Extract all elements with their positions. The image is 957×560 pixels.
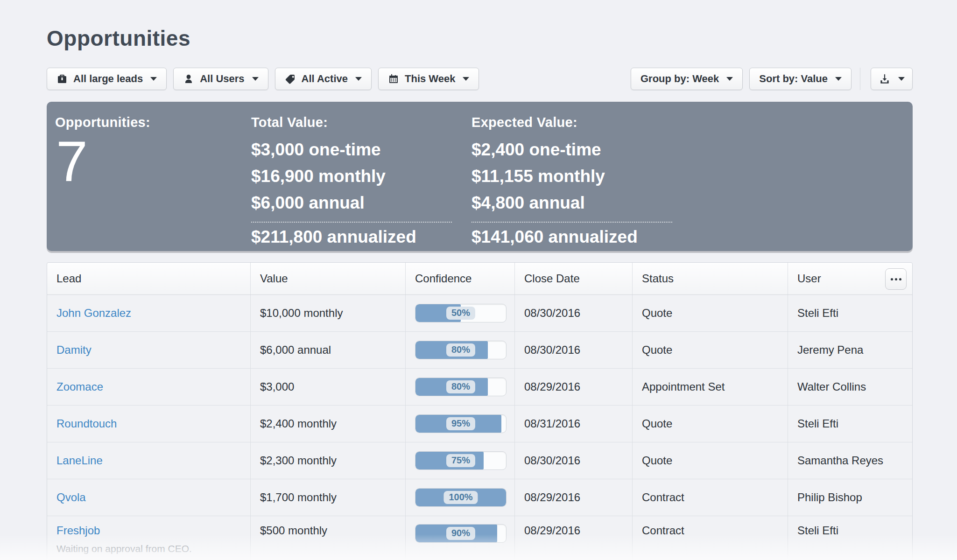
confidence-cell: 80% <box>406 332 515 368</box>
user-cell: Steli Efti <box>788 516 913 560</box>
user-cell: Philip Bishop <box>788 479 913 516</box>
chevron-down-icon <box>835 77 842 81</box>
table-body: John Gonzalez$10,000 monthly50%08/30/201… <box>47 295 912 560</box>
expected-value-annualized: $141,060 annualized <box>471 227 692 247</box>
lead-cell: Qvola <box>47 479 251 516</box>
total-value-annual: $6,000 annual <box>251 189 471 216</box>
user-cell: Steli Efti <box>788 295 913 331</box>
opportunities-count-label: Opportunities: <box>55 115 251 130</box>
lead-note: Waiting on approval from CEO. <box>56 543 192 554</box>
summary-panel: Opportunities: 7 Total Value: $3,000 one… <box>47 102 913 251</box>
expected-value-annual: $4,800 annual <box>471 189 692 216</box>
status-filter-button[interactable]: All Active <box>275 68 372 90</box>
ellipsis-icon <box>891 278 893 280</box>
value-cell: $2,300 monthly <box>251 442 406 479</box>
lead-link[interactable]: LaneLine <box>56 454 103 467</box>
value-cell: $10,000 monthly <box>251 295 406 331</box>
filter-bar: All large leads All Users All Active Thi… <box>47 68 913 90</box>
confidence-bar: 100% <box>415 488 507 507</box>
table-row: John Gonzalez$10,000 monthly50%08/30/201… <box>47 295 912 332</box>
lead-cell: LaneLine <box>47 442 251 479</box>
summary-opportunities: Opportunities: 7 <box>55 115 251 251</box>
confidence-percent-label: 95% <box>446 417 475 430</box>
confidence-percent-label: 50% <box>446 307 475 320</box>
status-cell: Quote <box>633 442 788 479</box>
value-cell: $500 monthly <box>251 516 406 560</box>
tag-icon <box>285 73 296 84</box>
chevron-down-icon <box>726 77 733 81</box>
close-date-cell: 08/29/2016 <box>515 479 633 516</box>
column-header-value[interactable]: Value <box>251 263 406 294</box>
value-cell: $1,700 monthly <box>251 479 406 516</box>
ellipsis-icon <box>895 278 897 280</box>
lead-link[interactable]: John Gonzalez <box>56 307 131 320</box>
column-options-button[interactable] <box>885 268 907 290</box>
confidence-cell: 75% <box>406 442 515 479</box>
expected-value-monthly: $11,155 monthly <box>471 163 692 189</box>
chevron-down-icon <box>463 77 469 81</box>
lead-link[interactable]: Damity <box>56 343 91 357</box>
divider <box>471 222 672 223</box>
sort-by-label: Sort by: Value <box>759 73 828 85</box>
expected-value-label: Expected Value: <box>471 115 692 130</box>
confidence-cell: 80% <box>406 369 515 405</box>
column-header-confidence[interactable]: Confidence <box>406 263 515 294</box>
lead-cell: John Gonzalez <box>47 295 251 331</box>
table-row: Qvola$1,700 monthly100%08/29/2016Contrac… <box>47 479 912 516</box>
lead-link[interactable]: Roundtouch <box>56 417 117 430</box>
confidence-percent-label: 80% <box>446 343 475 357</box>
confidence-bar: 50% <box>415 304 507 322</box>
confidence-cell: 90% <box>406 516 515 560</box>
summary-total-value: Total Value: $3,000 one-time $16,900 mon… <box>251 115 471 251</box>
page-title: Opportunities <box>47 26 913 51</box>
confidence-bar: 80% <box>415 378 507 396</box>
smart-view-filter-button[interactable]: All large leads <box>47 68 167 90</box>
sort-by-button[interactable]: Sort by: Value <box>749 68 851 90</box>
table-row: Zoomace$3,00080%08/29/2016Appointment Se… <box>47 369 912 406</box>
confidence-percent-label: 100% <box>443 491 478 504</box>
user-cell: Jeremy Pena <box>788 332 913 368</box>
status-cell: Contract <box>633 479 788 516</box>
column-header-user-label[interactable]: User <box>797 272 821 285</box>
status-cell: Appointment Set <box>633 369 788 405</box>
column-header-close-date[interactable]: Close Date <box>515 263 633 294</box>
opportunities-table: Lead Value Confidence Close Date Status … <box>47 262 913 560</box>
confidence-bar: 75% <box>415 451 507 470</box>
users-filter-label: All Users <box>200 73 244 85</box>
lead-link[interactable]: Freshjob <box>56 524 100 537</box>
total-value-one-time: $3,000 one-time <box>251 136 471 163</box>
lead-link[interactable]: Zoomace <box>56 380 103 393</box>
confidence-cell: 50% <box>406 295 515 331</box>
confidence-bar: 95% <box>415 414 507 433</box>
column-header-status[interactable]: Status <box>633 263 788 294</box>
status-cell: Quote <box>633 295 788 331</box>
table-header-row: Lead Value Confidence Close Date Status … <box>47 263 912 295</box>
column-header-lead[interactable]: Lead <box>47 263 251 294</box>
user-cell: Steli Efti <box>788 406 913 442</box>
export-button[interactable] <box>871 68 913 90</box>
ellipsis-icon <box>899 278 901 280</box>
lead-link[interactable]: Qvola <box>56 491 86 504</box>
chevron-down-icon <box>150 77 157 81</box>
lead-cell: Zoomace <box>47 369 251 405</box>
close-date-cell: 08/29/2016 <box>515 369 633 405</box>
summary-expected-value: Expected Value: $2,400 one-time $11,155 … <box>471 115 692 251</box>
confidence-cell: 95% <box>406 406 515 442</box>
date-range-filter-button[interactable]: This Week <box>378 68 479 90</box>
table-row: FreshjobWaiting on approval from CEO.$50… <box>47 516 912 560</box>
divider <box>251 222 452 223</box>
total-value-label: Total Value: <box>251 115 471 130</box>
status-cell: Quote <box>633 406 788 442</box>
date-range-filter-label: This Week <box>405 73 455 85</box>
group-by-button[interactable]: Group by: Week <box>631 68 743 90</box>
lead-cell: Damity <box>47 332 251 368</box>
total-value-monthly: $16,900 monthly <box>251 163 471 189</box>
table-row: Damity$6,000 annual80%08/30/2016QuoteJer… <box>47 332 912 369</box>
confidence-percent-label: 75% <box>446 454 475 467</box>
users-filter-button[interactable]: All Users <box>173 68 268 90</box>
confidence-bar: 80% <box>415 341 507 359</box>
divider <box>860 68 860 90</box>
close-date-cell: 08/30/2016 <box>515 332 633 368</box>
group-by-label: Group by: Week <box>640 73 719 85</box>
download-icon <box>879 73 891 85</box>
